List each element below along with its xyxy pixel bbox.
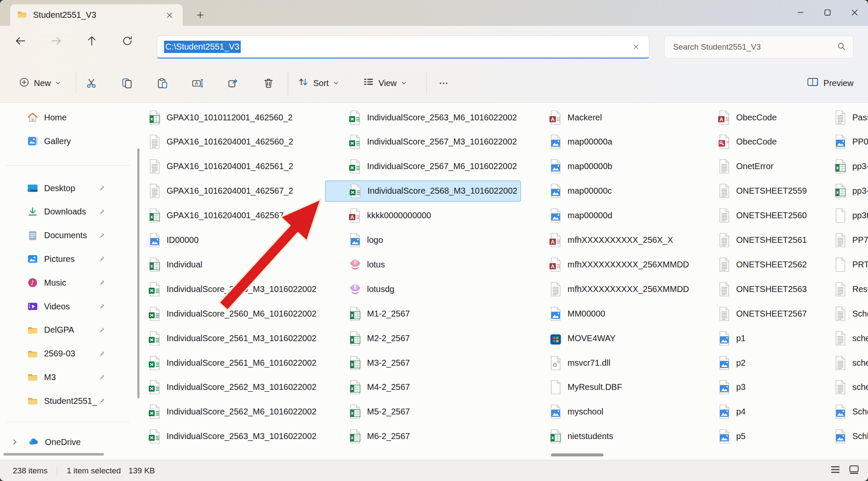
- file-item[interactable]: ONETSHEET2560: [709, 205, 839, 226]
- file-item[interactable]: GPAX16_1016204001_462567_2: [140, 181, 336, 202]
- file-item[interactable]: Individual: [140, 254, 336, 275]
- file-item[interactable]: IndividualScore_2563_M3_1016022002: [140, 426, 336, 447]
- file-item[interactable]: MOVE4WAY: [541, 328, 707, 349]
- sidebar-vertical-scrollbar[interactable]: [137, 148, 139, 398]
- file-item[interactable]: ONETSHEET2559: [709, 181, 839, 202]
- clear-address-icon[interactable]: [629, 41, 642, 53]
- file-item[interactable]: AObecCode: [709, 107, 839, 128]
- sidebar-item-home[interactable]: Home: [15, 108, 127, 127]
- file-item[interactable]: schedu: [826, 328, 868, 349]
- sidebar-item-pictures[interactable]: Pictures: [15, 249, 127, 269]
- file-item[interactable]: IndividualScore_2567_M3_1016022002: [340, 131, 536, 153]
- file-item[interactable]: p1: [709, 328, 839, 349]
- file-item[interactable]: GPAX16_1016204001_462560_2: [140, 131, 336, 153]
- file-item[interactable]: logo: [340, 230, 536, 251]
- sidebar-item-videos[interactable]: Videos: [15, 297, 127, 316]
- file-item[interactable]: GPAX16_1016204001_462561_2: [140, 156, 336, 177]
- file-item[interactable]: pp3tab: [826, 205, 868, 226]
- tab-close-icon[interactable]: [163, 9, 176, 22]
- file-item[interactable]: ID00000: [140, 230, 336, 251]
- file-item[interactable]: myschool: [541, 401, 707, 423]
- file-item[interactable]: ONETSHEET2567: [709, 303, 839, 324]
- file-item[interactable]: PRTAB: [826, 254, 868, 275]
- address-bar[interactable]: C:\Student2551_V3: [157, 36, 649, 58]
- file-item[interactable]: map00000d: [541, 205, 707, 226]
- preview-button[interactable]: Preview: [807, 73, 854, 93]
- refresh-button[interactable]: [118, 31, 136, 50]
- file-item[interactable]: IndividualScore_2568_M3_1016022002: [325, 181, 521, 202]
- file-item[interactable]: OnetError: [709, 156, 839, 177]
- file-item[interactable]: p3: [709, 377, 839, 398]
- file-item[interactable]: p5: [709, 426, 839, 447]
- sidebar-item-student2551-[interactable]: Student2551_: [15, 391, 127, 411]
- file-item[interactable]: AmfhXXXXXXXXXX_256X_X: [541, 230, 707, 251]
- close-button[interactable]: [841, 0, 868, 25]
- file-item[interactable]: lotusdg: [340, 278, 536, 300]
- file-item[interactable]: AMackerel: [541, 107, 707, 128]
- file-item[interactable]: PP7: [826, 230, 868, 251]
- file-item[interactable]: M2-2_2567: [340, 328, 536, 349]
- file-item[interactable]: ObecCode: [709, 131, 839, 153]
- file-item[interactable]: IndividualScore_2562_M6_1016022002: [140, 401, 336, 423]
- rename-button[interactable]: A: [184, 73, 211, 93]
- file-item[interactable]: IndividualScore_2567_M6_1016022002: [340, 156, 536, 177]
- file-item[interactable]: M3-2_2567: [340, 352, 536, 373]
- sidebar-item-downloads[interactable]: Downloads: [15, 202, 127, 222]
- file-item[interactable]: IndividualScore_2560_M6_1016022002: [140, 303, 336, 324]
- back-button[interactable]: [11, 31, 30, 50]
- share-button[interactable]: [220, 73, 247, 93]
- file-item[interactable]: IndividualScore_2560_M3_1016022002: [140, 278, 336, 300]
- file-item[interactable]: ONETSHEET2561: [709, 230, 839, 251]
- sidebar-item-2569-03[interactable]: 2569-03: [15, 344, 127, 364]
- file-item[interactable]: p2: [709, 352, 839, 373]
- address-path-selected[interactable]: C:\Student2551_V3: [164, 41, 241, 53]
- file-item[interactable]: ONETSHEET2563: [709, 278, 839, 300]
- file-item[interactable]: schedu: [826, 352, 868, 373]
- file-item[interactable]: ⚙⚙msvcr71.dll: [541, 352, 707, 373]
- sidebar-horizontal-scrollbar[interactable]: [3, 453, 104, 456]
- cut-button[interactable]: [78, 73, 105, 93]
- file-item[interactable]: MyResult.DBF: [541, 377, 707, 398]
- file-item[interactable]: mfhXXXXXXXXXX_256XMMDD: [541, 278, 707, 300]
- file-item[interactable]: map00000c: [541, 181, 707, 202]
- view-button[interactable]: View: [359, 73, 410, 93]
- file-item[interactable]: AmfhXXXXXXXXXX_256XMMDD: [541, 254, 707, 275]
- file-item[interactable]: IndividualScore_2562_M3_1016022002: [140, 377, 336, 398]
- new-tab-button[interactable]: [192, 7, 209, 23]
- sidebar-item-m3[interactable]: M3: [15, 367, 127, 387]
- delete-button[interactable]: [255, 73, 282, 93]
- file-item[interactable]: M1-2_2567: [340, 303, 536, 324]
- file-item[interactable]: M4-2_2567: [340, 377, 536, 398]
- file-item[interactable]: Schedu: [826, 401, 868, 423]
- file-item[interactable]: lotus: [340, 254, 536, 275]
- sort-button[interactable]: Sort: [294, 73, 342, 93]
- sidebar-item-delgpa[interactable]: DelGPA: [15, 320, 127, 340]
- more-options-button[interactable]: [430, 73, 457, 93]
- file-item[interactable]: IndividualScore_2561_M6_1016022002: [140, 352, 336, 373]
- file-item[interactable]: MM00000: [541, 303, 707, 324]
- file-item[interactable]: p4: [709, 401, 839, 423]
- sidebar-item-onedrive[interactable]: OneDrive: [6, 432, 130, 452]
- file-item[interactable]: map00000a: [541, 131, 707, 153]
- file-item[interactable]: GPAX16_1016204001_462567_2: [140, 205, 336, 226]
- paste-button[interactable]: [149, 73, 176, 93]
- sidebar-item-documents[interactable]: Documents: [15, 226, 127, 245]
- details-view-toggle-icon[interactable]: [830, 464, 841, 477]
- file-item[interactable]: pp3-4-: [826, 181, 868, 202]
- file-item[interactable]: ONETSHEET2562: [709, 254, 839, 275]
- file-item[interactable]: M5-2_2567: [340, 401, 536, 423]
- file-item[interactable]: IndividualScore_2563_M6_1016022002: [340, 107, 536, 128]
- chevron-right-icon[interactable]: [11, 438, 19, 446]
- file-item[interactable]: IndividualScore_2561_M3_1016022002: [140, 328, 336, 349]
- file-item[interactable]: pp3-3-: [826, 156, 868, 177]
- new-button[interactable]: New: [13, 73, 67, 93]
- file-item[interactable]: PP0000: [826, 131, 868, 153]
- file-item[interactable]: Schl_L: [826, 426, 868, 447]
- maximize-button[interactable]: [814, 0, 841, 25]
- search-input[interactable]: [672, 42, 837, 52]
- file-item[interactable]: M6-2_2567: [340, 426, 536, 447]
- minimize-button[interactable]: [787, 0, 814, 25]
- up-button[interactable]: [82, 31, 101, 50]
- thumbnail-view-toggle-icon[interactable]: [849, 464, 860, 477]
- file-item[interactable]: Result: [826, 278, 868, 300]
